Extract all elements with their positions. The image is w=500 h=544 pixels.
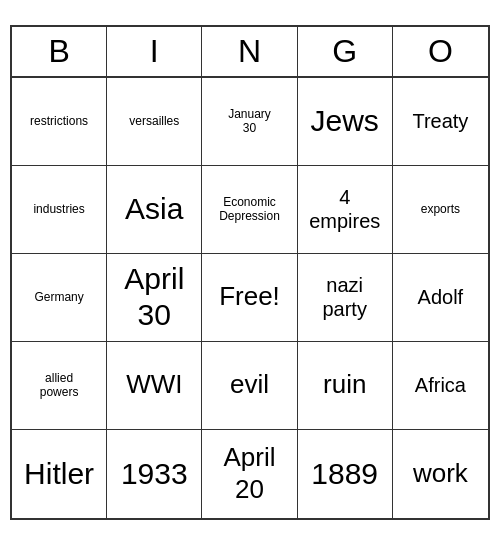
- bingo-cell-11: April 30: [107, 254, 202, 342]
- bingo-cell-3: Jews: [298, 78, 393, 166]
- bingo-cell-14: Adolf: [393, 254, 488, 342]
- bingo-cell-19: Africa: [393, 342, 488, 430]
- bingo-cell-24: work: [393, 430, 488, 518]
- header-letter-O: O: [393, 27, 488, 76]
- bingo-cell-8: 4 empires: [298, 166, 393, 254]
- header-letter-B: B: [12, 27, 107, 76]
- bingo-cell-20: Hitler: [12, 430, 107, 518]
- bingo-cell-21: 1933: [107, 430, 202, 518]
- bingo-cell-13: nazi party: [298, 254, 393, 342]
- bingo-card: BINGO restrictionsversaillesJanuary 30Je…: [10, 25, 490, 520]
- bingo-cell-18: ruin: [298, 342, 393, 430]
- bingo-cell-4: Treaty: [393, 78, 488, 166]
- bingo-cell-6: Asia: [107, 166, 202, 254]
- bingo-cell-15: allied powers: [12, 342, 107, 430]
- bingo-cell-10: Germany: [12, 254, 107, 342]
- bingo-grid: restrictionsversaillesJanuary 30JewsTrea…: [12, 78, 488, 518]
- bingo-cell-22: April 20: [202, 430, 297, 518]
- bingo-cell-16: WWI: [107, 342, 202, 430]
- bingo-cell-7: Economic Depression: [202, 166, 297, 254]
- bingo-cell-9: exports: [393, 166, 488, 254]
- bingo-cell-1: versailles: [107, 78, 202, 166]
- bingo-cell-5: industries: [12, 166, 107, 254]
- header-letter-I: I: [107, 27, 202, 76]
- bingo-cell-2: January 30: [202, 78, 297, 166]
- header-letter-G: G: [298, 27, 393, 76]
- bingo-cell-0: restrictions: [12, 78, 107, 166]
- bingo-cell-23: 1889: [298, 430, 393, 518]
- bingo-cell-17: evil: [202, 342, 297, 430]
- bingo-header: BINGO: [12, 27, 488, 78]
- bingo-cell-12: Free!: [202, 254, 297, 342]
- header-letter-N: N: [202, 27, 297, 76]
